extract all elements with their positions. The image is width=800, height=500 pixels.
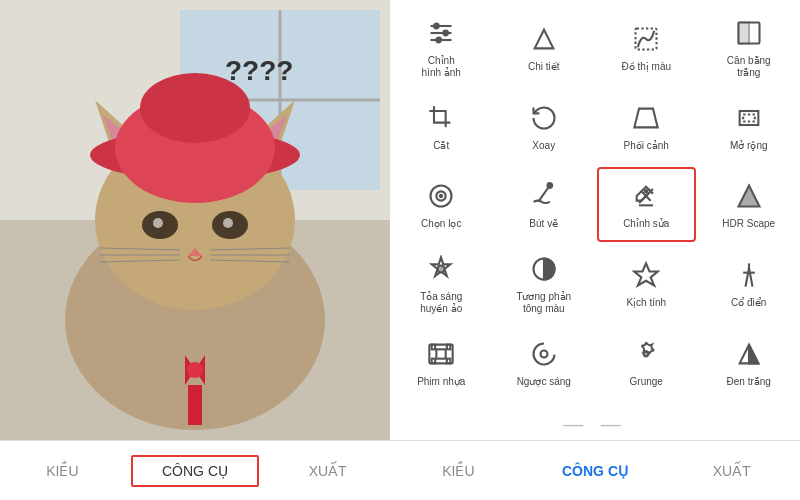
- left-tab-xuat[interactable]: XUẤT: [265, 453, 390, 489]
- tool-grunge[interactable]: Grunge: [595, 322, 698, 401]
- tool-label-chon-loc: Chọn lọc: [421, 218, 461, 230]
- tool-label-den-trang: Đen trắng: [727, 376, 771, 388]
- right-panel: Chỉnh hình ảnh Chi tiết Đồ thị màu Cân b…: [390, 0, 800, 500]
- tool-label-cat: Cắt: [433, 140, 449, 152]
- svg-rect-63: [437, 349, 446, 358]
- tools-grid: Chỉnh hình ảnh Chi tiết Đồ thị màu Cân b…: [390, 0, 800, 409]
- detail-icon: [526, 21, 562, 57]
- tool-nguoc-sang[interactable]: Ngược sáng: [493, 322, 596, 401]
- perspective-icon: [628, 100, 664, 136]
- tool-label-phim-nhua: Phim nhựa: [417, 376, 465, 388]
- svg-marker-36: [534, 30, 553, 49]
- glow-icon: [423, 251, 459, 287]
- filter-icon: [423, 178, 459, 214]
- svg-point-16: [153, 218, 163, 228]
- tool-label-hdr-scape: HDR Scape: [722, 218, 775, 230]
- svg-point-65: [644, 351, 649, 356]
- svg-point-28: [187, 362, 203, 378]
- svg-rect-58: [430, 344, 453, 363]
- adjust-icon: [423, 15, 459, 51]
- dynamic-icon: [628, 257, 664, 293]
- cat-image: ????: [0, 0, 390, 440]
- tool-label-chinh-sua: Chỉnh sửa: [623, 218, 669, 230]
- svg-line-56: [749, 268, 753, 287]
- right-tab-kieu[interactable]: KIỀU: [390, 453, 527, 489]
- svg-marker-53: [635, 263, 658, 285]
- svg-marker-67: [749, 344, 758, 363]
- tool-label-chinh-hinh-anh: Chỉnh hình ảnh: [422, 55, 461, 79]
- edit-icon: [628, 178, 664, 214]
- svg-marker-50: [738, 186, 759, 207]
- svg-point-45: [440, 195, 442, 197]
- tool-tuong-phan-tong-mau[interactable]: Tương phản tông màu: [493, 244, 596, 323]
- tool-label-tuong-phan-tong-mau: Tương phản tông màu: [516, 291, 571, 315]
- svg-point-35: [437, 38, 442, 43]
- svg-point-46: [547, 184, 552, 189]
- left-tab-cong-cu[interactable]: CÔNG CỤ: [131, 455, 260, 487]
- tool-chinh-sua[interactable]: Chỉnh sửa: [597, 167, 696, 242]
- svg-rect-39: [738, 23, 749, 44]
- tool-label-grunge: Grunge: [630, 376, 663, 388]
- tool-mo-rong[interactable]: Mở rộng: [698, 87, 801, 166]
- hdr-icon: [731, 178, 767, 214]
- tool-label-but-ve: Bút vẽ: [529, 218, 558, 230]
- tool-phim-nhua[interactable]: Phim nhựa: [390, 322, 493, 401]
- tool-kich-tinh[interactable]: Kịch tính: [595, 244, 698, 323]
- tool-label-co-dien: Cổ điển: [731, 297, 766, 309]
- tool-phoi-canh[interactable]: Phối cảnh: [595, 87, 698, 166]
- svg-rect-59: [432, 344, 436, 349]
- tool-chon-loc[interactable]: Chọn lọc: [390, 165, 493, 244]
- svg-point-51: [438, 266, 445, 273]
- left-tab-kieu[interactable]: KIỀU: [0, 453, 125, 489]
- scroll-indicator: — —: [390, 409, 800, 440]
- tool-hdr-scape[interactable]: HDR Scape: [698, 165, 801, 244]
- crop-icon: [423, 100, 459, 136]
- expand-icon: [731, 100, 767, 136]
- right-bottom-bar: KIỀU CÔNG CỤ XUẤT: [390, 440, 800, 500]
- svg-marker-40: [635, 109, 658, 128]
- left-bottom-bar: KIỀU CÔNG CỤ XUẤT: [0, 440, 390, 500]
- svg-rect-29: [188, 385, 202, 425]
- tool-co-dien[interactable]: Cổ điển: [698, 244, 801, 323]
- tool-den-trang[interactable]: Đen trắng: [698, 322, 801, 401]
- tool-label-do-thi-mau: Đồ thị màu: [621, 61, 671, 73]
- left-panel: ???? KIỀU CÔNG CỤ XUẤT: [0, 0, 390, 500]
- tool-label-xoay: Xoay: [532, 140, 555, 152]
- curve-icon: [628, 21, 664, 57]
- tool-chi-tiet[interactable]: Chi tiết: [493, 8, 596, 87]
- tool-label-nguoc-sang: Ngược sáng: [517, 376, 571, 388]
- tool-do-thi-mau[interactable]: Đồ thị màu: [595, 8, 698, 87]
- tool-label-chi-tiet: Chi tiết: [528, 61, 560, 73]
- tool-label-toa-sang-huyen-ao: Tỏa sáng huyền ảo: [420, 291, 462, 315]
- svg-rect-61: [447, 344, 451, 349]
- brush-icon: [526, 178, 562, 214]
- grunge-icon: [628, 336, 664, 372]
- balance-icon: [731, 15, 767, 51]
- tool-can-bang-trang[interactable]: Cân bằng trắng: [698, 8, 801, 87]
- tool-but-ve[interactable]: Bút vẽ: [493, 165, 596, 244]
- rotate-icon: [526, 100, 562, 136]
- tool-xoay[interactable]: Xoay: [493, 87, 596, 166]
- contrast-icon: [526, 251, 562, 287]
- tool-toa-sang-huyen-ao[interactable]: Tỏa sáng huyền ảo: [390, 244, 493, 323]
- svg-rect-42: [743, 114, 755, 121]
- right-tab-cong-cu[interactable]: CÔNG CỤ: [527, 453, 664, 489]
- svg-rect-60: [432, 358, 436, 363]
- right-tab-xuat[interactable]: XUẤT: [663, 453, 800, 489]
- tool-label-kich-tinh: Kịch tính: [626, 297, 666, 309]
- film-icon: [423, 336, 459, 372]
- tool-label-phoi-canh: Phối cảnh: [624, 140, 669, 152]
- image-container: ????: [0, 0, 390, 440]
- svg-point-33: [434, 24, 439, 29]
- classic-icon: [731, 257, 767, 293]
- tool-label-can-bang-trang: Cân bằng trắng: [727, 55, 771, 79]
- tool-label-mo-rong: Mở rộng: [730, 140, 768, 152]
- svg-point-64: [540, 350, 547, 357]
- tool-chinh-hinh-anh[interactable]: Chỉnh hình ảnh: [390, 8, 493, 87]
- svg-point-17: [223, 218, 233, 228]
- svg-point-34: [444, 31, 449, 36]
- bw-icon: [731, 336, 767, 372]
- svg-point-48: [645, 191, 647, 193]
- svg-rect-62: [447, 358, 451, 363]
- tool-cat[interactable]: Cắt: [390, 87, 493, 166]
